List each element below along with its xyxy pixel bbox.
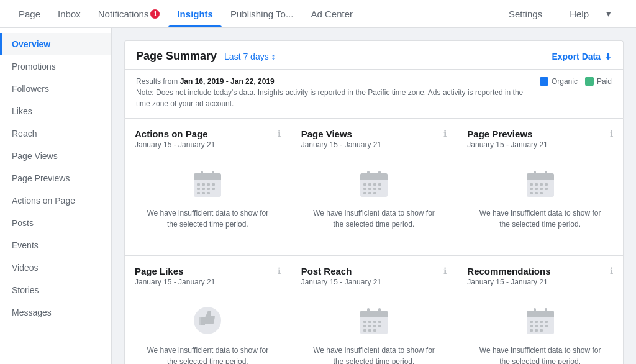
card-3: Page Likes January 15 - January 21 ℹ We … bbox=[125, 256, 291, 364]
card-header: Actions on Page January 15 - January 21 … bbox=[135, 129, 281, 149]
svg-rect-30 bbox=[368, 192, 371, 194]
main-content: Page Summary Last 7 days ↕ Export Data ⬇… bbox=[112, 28, 636, 364]
svg-rect-12 bbox=[212, 188, 215, 190]
card-0: Actions on Page January 15 - January 21 … bbox=[125, 119, 291, 255]
card-content: We have insufficient data to show forthe… bbox=[467, 289, 613, 364]
svg-rect-69 bbox=[534, 308, 536, 314]
svg-rect-54 bbox=[378, 308, 381, 314]
svg-rect-26 bbox=[368, 188, 371, 190]
sidebar-item-messages[interactable]: Messages bbox=[0, 301, 111, 324]
sidebar-item-followers[interactable]: Followers bbox=[0, 78, 111, 100]
sidebar-item-page-previews[interactable]: Page Previews bbox=[0, 167, 111, 189]
top-nav-item-inbox[interactable]: Inbox bbox=[49, 0, 89, 27]
svg-rect-10 bbox=[202, 188, 205, 190]
top-nav-item-adcenter[interactable]: Ad Center bbox=[302, 0, 361, 27]
organic-color-swatch bbox=[540, 77, 548, 86]
export-data-button[interactable]: Export Data ⬇ bbox=[552, 52, 612, 61]
insufficient-text: We have insufficient data to show forthe… bbox=[479, 345, 601, 364]
svg-rect-28 bbox=[378, 188, 381, 190]
info-icon[interactable]: ℹ bbox=[443, 266, 447, 276]
svg-rect-68 bbox=[527, 314, 554, 317]
sidebar-item-likes[interactable]: Likes bbox=[0, 100, 111, 122]
sidebar-item-videos[interactable]: Videos bbox=[0, 257, 111, 279]
svg-rect-40 bbox=[545, 183, 548, 186]
svg-rect-75 bbox=[530, 325, 533, 327]
card-title: Recommendations bbox=[467, 266, 550, 276]
sidebar-item-events[interactable]: Events bbox=[0, 234, 111, 257]
organic-legend: Organic bbox=[540, 77, 578, 86]
top-nav-item-publishing[interactable]: Publishing To... bbox=[222, 0, 302, 27]
sidebar: OverviewPromotionsFollowersLikesReachPag… bbox=[0, 28, 112, 364]
svg-rect-31 bbox=[373, 192, 376, 194]
results-note: Results from Jan 16, 2019 - Jan 22, 2019… bbox=[124, 69, 624, 118]
svg-rect-55 bbox=[363, 321, 366, 323]
svg-rect-44 bbox=[545, 188, 548, 190]
svg-rect-22 bbox=[368, 183, 371, 186]
card-title: Actions on Page bbox=[135, 129, 215, 139]
svg-rect-20 bbox=[378, 171, 381, 177]
info-icon[interactable]: ℹ bbox=[278, 266, 281, 276]
calendar-icon bbox=[358, 304, 390, 339]
settings-link[interactable]: Settings bbox=[501, 9, 550, 19]
sidebar-item-posts[interactable]: Posts bbox=[0, 212, 111, 234]
period-selector[interactable]: Last 7 days ↕ bbox=[224, 52, 276, 61]
svg-rect-56 bbox=[368, 321, 371, 323]
svg-rect-23 bbox=[373, 183, 376, 186]
sidebar-item-overview[interactable]: Overview bbox=[0, 33, 111, 55]
svg-rect-49 bbox=[199, 317, 205, 325]
svg-rect-72 bbox=[535, 321, 538, 323]
period-chevron-icon: ↕ bbox=[271, 52, 276, 61]
svg-rect-78 bbox=[545, 325, 548, 327]
info-icon[interactable]: ℹ bbox=[610, 266, 613, 276]
svg-rect-21 bbox=[363, 183, 366, 186]
help-button[interactable]: Help ▾ bbox=[555, 8, 626, 19]
card-period: January 15 - January 21 bbox=[135, 278, 215, 286]
chevron-down-icon: ▾ bbox=[599, 8, 619, 19]
svg-rect-52 bbox=[360, 314, 388, 317]
top-nav-item-insights[interactable]: Insights bbox=[168, 0, 222, 27]
sidebar-item-actions-on-page[interactable]: Actions on Page bbox=[0, 189, 111, 212]
top-nav: PageInboxNotifications1InsightsPublishin… bbox=[0, 0, 636, 28]
svg-rect-81 bbox=[540, 329, 543, 332]
card-2: Page Previews January 15 - January 21 ℹ … bbox=[457, 119, 623, 255]
sidebar-item-promotions[interactable]: Promotions bbox=[0, 55, 111, 78]
svg-rect-42 bbox=[535, 188, 538, 190]
card-header: Page Views January 15 - January 21 ℹ bbox=[301, 129, 447, 149]
info-icon[interactable]: ℹ bbox=[278, 129, 281, 139]
svg-rect-79 bbox=[530, 329, 533, 332]
insufficient-text: We have insufficient data to show forthe… bbox=[479, 207, 601, 230]
svg-rect-62 bbox=[378, 325, 381, 327]
top-nav-item-page[interactable]: Page bbox=[10, 0, 49, 27]
sidebar-item-stories[interactable]: Stories bbox=[0, 279, 111, 301]
results-note-text: Results from Jan 16, 2019 - Jan 22, 2019… bbox=[136, 76, 530, 109]
svg-rect-46 bbox=[535, 192, 538, 194]
card-period: January 15 - January 21 bbox=[467, 278, 550, 286]
svg-rect-3 bbox=[201, 171, 203, 177]
card-header: Page Previews January 15 - January 21 ℹ bbox=[467, 129, 613, 149]
svg-rect-34 bbox=[527, 177, 554, 180]
page-summary-header: Page Summary Last 7 days ↕ Export Data ⬇ bbox=[124, 40, 624, 69]
svg-rect-2 bbox=[194, 177, 221, 180]
svg-rect-58 bbox=[378, 321, 381, 323]
sidebar-item-page-views[interactable]: Page Views bbox=[0, 145, 111, 167]
card-period: January 15 - January 21 bbox=[467, 140, 547, 149]
svg-rect-7 bbox=[207, 183, 210, 186]
card-title: Page Views bbox=[301, 129, 381, 139]
card-title: Post Reach bbox=[301, 266, 381, 276]
card-content: We have insufficient data to show forthe… bbox=[467, 152, 613, 245]
cards-grid: Actions on Page January 15 - January 21 … bbox=[124, 118, 624, 364]
svg-rect-63 bbox=[363, 329, 366, 332]
card-content: We have insufficient data to show forthe… bbox=[301, 289, 447, 364]
legend: Organic Paid bbox=[540, 77, 612, 86]
svg-rect-18 bbox=[360, 177, 388, 180]
svg-rect-29 bbox=[363, 192, 366, 194]
card-4: Post Reach January 15 - January 21 ℹ We … bbox=[291, 256, 457, 364]
info-icon[interactable]: ℹ bbox=[610, 129, 613, 139]
svg-rect-24 bbox=[378, 183, 381, 186]
info-icon[interactable]: ℹ bbox=[443, 129, 447, 139]
help-label: Help bbox=[562, 9, 596, 19]
svg-rect-74 bbox=[545, 321, 548, 323]
svg-rect-53 bbox=[367, 308, 370, 314]
top-nav-item-notifications[interactable]: Notifications1 bbox=[89, 0, 169, 27]
sidebar-item-reach[interactable]: Reach bbox=[0, 122, 111, 145]
